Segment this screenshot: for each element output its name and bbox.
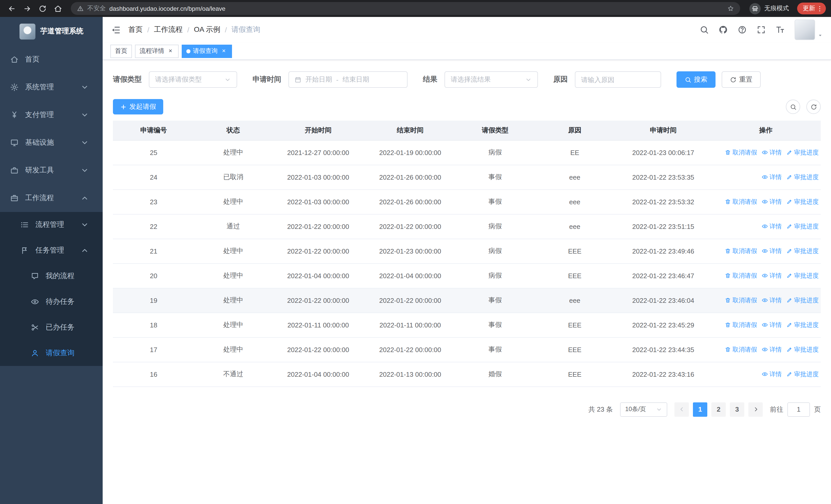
apply-time-range-picker[interactable]: 开始日期 - 结束日期 (288, 71, 407, 88)
progress-link[interactable]: 审批进度 (786, 197, 819, 206)
progress-link[interactable]: 审批进度 (786, 271, 819, 280)
tab-leave-query[interactable]: 请假查询× (182, 45, 232, 58)
sidebar-item-system[interactable]: 系统管理 (0, 73, 103, 101)
sidebar-item-infra[interactable]: 基础设施 (0, 129, 103, 156)
refresh-icon (810, 103, 817, 110)
progress-link[interactable]: 审批进度 (786, 296, 819, 305)
progress-link[interactable]: 审批进度 (786, 370, 819, 379)
detail-link[interactable]: 详情 (762, 173, 782, 181)
close-icon[interactable]: × (167, 48, 174, 55)
reason-input[interactable] (575, 71, 661, 88)
sidebar-item-leave-query[interactable]: 请假查询 (0, 340, 103, 366)
sidebar-item-workflow[interactable]: 工作流程 (0, 184, 103, 212)
progress-link[interactable]: 审批进度 (786, 222, 819, 231)
refresh-table-button[interactable] (806, 99, 821, 114)
task-icon (21, 246, 29, 255)
detail-link[interactable]: 详情 (762, 222, 782, 231)
bookmark-star-icon[interactable] (727, 5, 734, 12)
sidebar-item-todo-tasks[interactable]: 待办任务 (0, 289, 103, 315)
pen-icon (786, 223, 793, 230)
goto-label: 前往 (770, 405, 783, 414)
reload-button[interactable] (36, 2, 49, 15)
sidebar-item-process-mgmt[interactable]: 流程管理 (0, 212, 103, 238)
next-page-button[interactable] (748, 402, 763, 416)
cancel-leave-link[interactable]: 取消请假 (725, 296, 757, 305)
prev-page-button[interactable] (675, 402, 689, 416)
tab-process-detail[interactable]: 流程详情× (135, 45, 179, 58)
progress-link[interactable]: 审批进度 (786, 247, 819, 255)
cancel-leave-link[interactable]: 取消请假 (725, 271, 757, 280)
avatar-menu[interactable] (818, 33, 823, 40)
detail-link[interactable]: 详情 (762, 321, 782, 329)
reset-button[interactable]: 重置 (722, 71, 761, 88)
cell-applied: 2022-01-22 23:46:04 (615, 288, 711, 313)
detail-link[interactable]: 详情 (762, 247, 782, 255)
result-select[interactable]: 请选择流结果 (445, 71, 538, 88)
breadcrumb-item[interactable]: OA 示例 (194, 25, 221, 34)
back-button[interactable] (5, 2, 19, 15)
cancel-leave-link[interactable]: 取消请假 (725, 247, 757, 255)
reset-icon (730, 76, 737, 83)
fontsize-icon[interactable] (776, 25, 785, 34)
address-bar[interactable]: 不安全 dashboard.yudao.iocoder.cn/bpm/oa/le… (71, 2, 740, 15)
cancel-leave-link[interactable]: 取消请假 (725, 321, 757, 329)
search-button[interactable]: 搜索 (677, 71, 716, 88)
sidebar-item-my-process[interactable]: 我的流程 (0, 263, 103, 289)
breadcrumb-separator: / (225, 26, 227, 34)
detail-link[interactable]: 详情 (762, 296, 782, 305)
cancel-leave-link[interactable]: 取消请假 (725, 197, 757, 206)
search-icon[interactable] (699, 25, 709, 34)
progress-link[interactable]: 审批进度 (786, 148, 819, 157)
cell-status: 不通过 (194, 362, 272, 386)
detail-link[interactable]: 详情 (762, 197, 782, 206)
incognito-label: 无痕模式 (764, 4, 789, 13)
forward-button[interactable] (21, 2, 34, 15)
progress-link-label: 审批进度 (794, 148, 819, 157)
sidebar-item-label: 首页 (25, 55, 95, 64)
detail-link[interactable]: 详情 (762, 148, 782, 157)
detail-link[interactable]: 详情 (762, 370, 782, 379)
cancel-leave-link[interactable]: 取消请假 (725, 345, 757, 354)
tab-home[interactable]: 首页 (110, 45, 132, 58)
filter-form: 请假类型 请选择请假类型 申请时间 开始日期 - 结束日期 (113, 71, 821, 88)
github-icon[interactable] (719, 25, 728, 34)
progress-link[interactable]: 审批进度 (786, 173, 819, 181)
leave-type-select[interactable]: 请选择请假类型 (149, 71, 237, 88)
table-row: 20处理中2022-01-04 00:00:002022-01-04 00:00… (113, 263, 821, 288)
avatar[interactable] (795, 20, 815, 40)
eye-icon (762, 199, 768, 205)
sidebar-item-done-tasks[interactable]: 已办任务 (0, 315, 103, 340)
toggle-search-button[interactable] (786, 99, 800, 114)
home-button[interactable] (51, 2, 65, 15)
sidebar-item-label: 工作流程 (25, 194, 81, 203)
progress-link[interactable]: 审批进度 (786, 321, 819, 329)
close-icon[interactable]: × (220, 48, 227, 55)
sidebar-item-label: 流程管理 (35, 220, 81, 230)
page-button-2[interactable]: 2 (711, 402, 726, 416)
sidebar-fold-icon[interactable] (111, 25, 121, 35)
detail-link[interactable]: 详情 (762, 271, 782, 280)
page-size-select[interactable]: 10条/页 (620, 402, 667, 416)
progress-link[interactable]: 审批进度 (786, 345, 819, 354)
breadcrumb-item[interactable]: 工作流程 (154, 25, 183, 34)
sidebar-item-home[interactable]: 首页 (0, 46, 103, 73)
sidebar-item-payment[interactable]: 支付管理 (0, 101, 103, 129)
page-button-1[interactable]: 1 (693, 402, 707, 416)
update-button[interactable]: 更新 (797, 3, 826, 14)
sidebar-item-task-mgmt[interactable]: 任务管理 (0, 238, 103, 263)
cancel-leave-link[interactable]: 取消请假 (725, 148, 757, 157)
create-leave-button[interactable]: 发起请假 (113, 99, 163, 114)
goto-page-input[interactable] (787, 402, 810, 416)
detail-link[interactable]: 详情 (762, 345, 782, 354)
eye-icon (762, 149, 768, 155)
fullscreen-icon[interactable] (756, 25, 766, 34)
detail-link-label: 详情 (769, 296, 782, 305)
sidebar-item-devtools[interactable]: 研发工具 (0, 156, 103, 184)
user-icon (31, 349, 39, 357)
help-icon[interactable] (738, 25, 747, 34)
cell-end: 2022-01-22 00:00:00 (364, 214, 456, 239)
breadcrumb-item[interactable]: 首页 (128, 25, 143, 34)
eye-icon (762, 223, 768, 230)
browser-menu-dots-icon[interactable] (816, 5, 823, 12)
page-button-3[interactable]: 3 (730, 402, 744, 416)
